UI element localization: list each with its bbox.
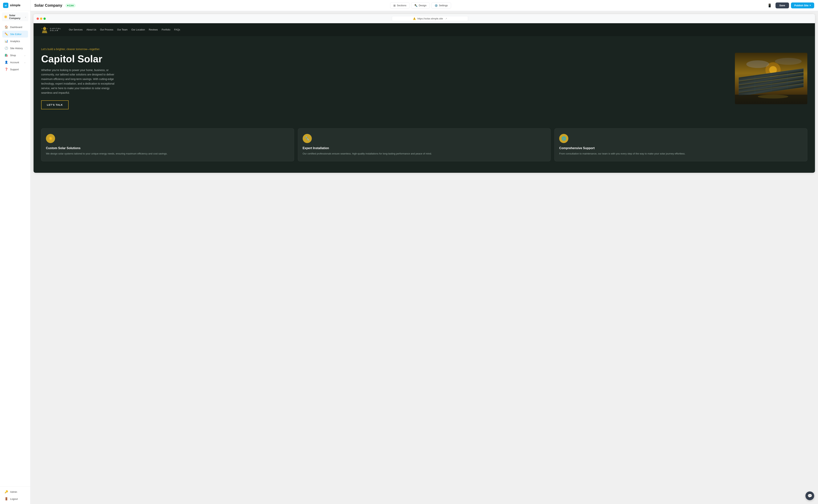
sidebar-item-analytics[interactable]: 📊 Analytics xyxy=(2,38,28,45)
nav-link-location[interactable]: Our Location xyxy=(131,28,145,31)
svg-point-20 xyxy=(758,95,788,98)
main-area: Solar Company Live ⊞ Sections ✒️ Design … xyxy=(30,0,818,504)
account-icon: 👤 xyxy=(5,61,8,64)
nav-link-process[interactable]: Our Process xyxy=(100,28,113,31)
topbar-right: 📱 Save Publish Site ▾ xyxy=(766,2,814,9)
live-dot xyxy=(67,5,68,6)
sidebar-item-label: Site History xyxy=(10,47,23,50)
feature-title-1: Expert Installation xyxy=(303,146,546,150)
expert-install-icon: 🔧 xyxy=(305,136,309,141)
workspace-selector[interactable]: ☀️ Solar Company ⌄ xyxy=(2,12,28,21)
url-warning-icon: ⚠️ xyxy=(413,17,416,20)
sections-button[interactable]: ⊞ Sections xyxy=(390,2,410,9)
sidebar-item-account[interactable]: 👤 Account ⌄ xyxy=(2,59,28,66)
app-logo: si siimple xyxy=(0,0,30,11)
site-editor-icon: ✏️ xyxy=(5,32,8,36)
close-dot xyxy=(37,18,39,20)
url-bar[interactable]: ⚠️ https://solar.siimple.site ↗ xyxy=(392,16,468,21)
minimize-dot xyxy=(40,18,42,20)
comprehensive-support-icon: 🌐 xyxy=(562,136,566,141)
live-badge: Live xyxy=(65,4,76,7)
hero-description: Whether you're looking to power your hom… xyxy=(41,68,121,95)
sidebar-item-label: Account xyxy=(10,61,19,64)
custom-solar-icon: ☀️ xyxy=(48,136,53,141)
shop-icon: 🛍️ xyxy=(5,54,8,57)
logo-icon: si xyxy=(3,3,8,8)
app-name: siimple xyxy=(10,4,20,7)
solar-panel-image xyxy=(735,53,807,104)
sidebar-item-label: Admin xyxy=(10,490,17,493)
feature-title-2: Comprehensive Support xyxy=(559,146,803,150)
design-icon: ✒️ xyxy=(415,4,418,7)
feature-desc-1: Our certified professionals ensure seaml… xyxy=(303,152,546,156)
sidebar-item-label: Logout xyxy=(10,498,18,500)
topbar-center-buttons: ⊞ Sections ✒️ Design ⚙️ Settings xyxy=(79,2,763,9)
sidebar-item-site-editor[interactable]: ✏️ Site Editor xyxy=(2,31,28,38)
hero-text: Let's build a brighter, cleaner tomorrow… xyxy=(41,48,727,109)
dashboard-icon: 🏠 xyxy=(5,25,8,29)
hero-title: Capitol Solar xyxy=(41,54,727,64)
browser-window: ⚠️ https://solar.siimple.site ↗ xyxy=(34,14,815,173)
workspace-label: Solar Company xyxy=(9,14,25,20)
sidebar-item-label: Shop xyxy=(10,54,16,57)
support-icon: ❓ xyxy=(5,68,8,71)
svg-line-3 xyxy=(42,29,42,29)
external-link-icon: ↗ xyxy=(445,17,447,20)
nav-link-reviews[interactable]: Reviews xyxy=(149,28,158,31)
sidebar-item-site-history[interactable]: 🕐 Site History xyxy=(2,45,28,52)
site-logo-text: CAPITOL SOLAR xyxy=(50,28,61,32)
workspace-icon: ☀️ xyxy=(4,15,8,19)
feature-card-0: ☀️ Custom Solar Solutions We design sola… xyxy=(41,128,294,161)
svg-point-0 xyxy=(43,27,46,30)
browser-topbar: ⚠️ https://solar.siimple.site ↗ xyxy=(34,14,815,23)
nav-link-about[interactable]: About Us xyxy=(86,28,96,31)
preview-area: ⚠️ https://solar.siimple.site ↗ xyxy=(30,11,818,504)
sidebar-item-support[interactable]: ❓ Support xyxy=(2,66,28,73)
hero-image xyxy=(735,53,807,104)
settings-button[interactable]: ⚙️ Settings xyxy=(431,2,451,9)
site-features: ☀️ Custom Solar Solutions We design sola… xyxy=(34,121,815,173)
publish-chevron-icon: ▾ xyxy=(810,4,811,7)
chat-bubble-button[interactable]: 💬 xyxy=(805,491,814,500)
feature-icon-expert: 🔧 xyxy=(303,134,312,143)
svg-point-8 xyxy=(746,60,769,68)
nav-items: 🏠 Dashboard ✏️ Site Editor 📊 Analytics 🕐… xyxy=(0,23,30,486)
logout-icon: 🚪 xyxy=(5,497,8,501)
site-nav: CAPITOL SOLAR Our Services About Us Our … xyxy=(34,23,815,36)
site-nav-links: Our Services About Us Our Process Our Te… xyxy=(69,28,807,31)
feature-title-0: Custom Solar Solutions xyxy=(46,146,289,150)
nav-link-services[interactable]: Our Services xyxy=(69,28,82,31)
site-history-icon: 🕐 xyxy=(5,46,8,50)
publish-button[interactable]: Publish Site ▾ xyxy=(791,2,814,8)
maximize-dot xyxy=(43,18,46,20)
feature-card-2: 🌐 Comprehensive Support From consultatio… xyxy=(555,128,807,161)
save-button[interactable]: Save xyxy=(776,2,789,8)
sidebar-item-label: Dashboard xyxy=(10,26,22,29)
hero-cta-button[interactable]: LET'S TALK xyxy=(41,100,69,109)
sidebar-item-admin[interactable]: 🔑 Admin xyxy=(2,488,28,495)
nav-link-portfolio[interactable]: Portfolio xyxy=(162,28,170,31)
site-logo-svg xyxy=(41,26,48,33)
analytics-icon: 📊 xyxy=(5,39,8,43)
account-chevron-icon: ⌄ xyxy=(24,61,26,64)
shop-chevron-icon: ⌄ xyxy=(24,54,26,57)
sidebar-item-logout[interactable]: 🚪 Logout xyxy=(2,495,28,502)
site-logo: CAPITOL SOLAR xyxy=(41,26,61,33)
nav-link-faqs[interactable]: FAQs xyxy=(174,28,180,31)
mobile-preview-button[interactable]: 📱 xyxy=(766,2,774,9)
design-button[interactable]: ✒️ Design xyxy=(411,2,430,9)
sidebar-bottom: 🔑 Admin 🚪 Logout xyxy=(0,486,30,504)
sidebar-item-dashboard[interactable]: 🏠 Dashboard xyxy=(2,24,28,30)
settings-icon: ⚙️ xyxy=(435,4,438,7)
feature-card-1: 🔧 Expert Installation Our certified prof… xyxy=(298,128,551,161)
sections-icon: ⊞ xyxy=(393,4,395,7)
topbar: Solar Company Live ⊞ Sections ✒️ Design … xyxy=(30,0,818,11)
svg-line-4 xyxy=(47,29,48,29)
url-text: https://solar.siimple.site xyxy=(418,17,443,20)
nav-link-team[interactable]: Our Team xyxy=(117,28,128,31)
site-hero: Let's build a brighter, cleaner tomorrow… xyxy=(34,36,815,121)
sidebar-item-shop[interactable]: 🛍️ Shop ⌄ xyxy=(2,52,28,59)
workspace-chevron-icon: ⌄ xyxy=(25,15,26,18)
admin-icon: 🔑 xyxy=(5,490,8,494)
sidebar-item-label: Support xyxy=(10,68,19,71)
